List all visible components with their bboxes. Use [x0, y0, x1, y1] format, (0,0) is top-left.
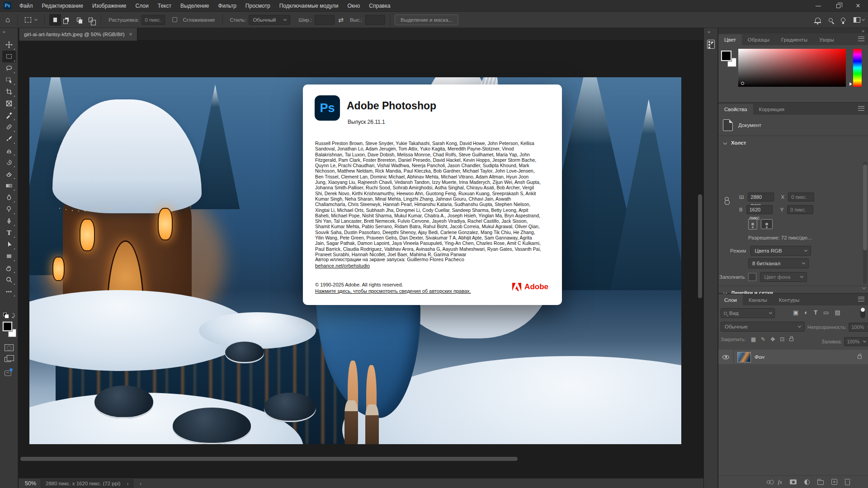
section-chevron-icon[interactable] [723, 141, 727, 145]
eyedropper-tool[interactable] [2, 109, 16, 121]
gradient-tool[interactable] [2, 180, 16, 192]
type-tool[interactable]: T [2, 227, 16, 239]
lock-artboard-icon[interactable]: ⊡ [780, 336, 784, 343]
rectangle-tool[interactable] [2, 250, 16, 262]
hue-slider[interactable] [853, 49, 862, 87]
menu-view[interactable]: Просмотр [241, 0, 275, 12]
filter-smart-object-icon[interactable]: ▤ [835, 309, 840, 316]
tab-color[interactable]: Цвет [718, 34, 742, 45]
copyright-link[interactable]: Нажмите здесь, чтобы просмотреть сведени… [315, 288, 471, 294]
link-dimensions-icon[interactable] [725, 197, 729, 201]
layer-filter-select[interactable]: Вид [721, 308, 775, 318]
move-tool[interactable] [2, 39, 16, 51]
tab-paths[interactable]: Контуры [773, 295, 805, 305]
quick-mask-button[interactable] [5, 344, 14, 351]
selection-add-button[interactable] [61, 14, 73, 26]
panel-overflow-chevron[interactable] [862, 286, 866, 289]
collapse-panels-icon[interactable]: » [862, 28, 864, 33]
filter-adjustment-icon[interactable]: ◐ [804, 309, 808, 316]
portrait-orientation-button[interactable] [748, 219, 757, 230]
filter-shape-icon[interactable]: ▭ [823, 309, 829, 316]
rectangular-marquee-tool[interactable] [2, 51, 16, 62]
menu-layers[interactable]: Слои [131, 0, 153, 12]
selection-subtract-button[interactable] [73, 14, 85, 26]
foreground-background-swatches[interactable] [3, 322, 16, 337]
menu-plugins[interactable]: Подключаемые модули [275, 0, 343, 12]
selection-intersect-button[interactable] [85, 14, 96, 26]
lock-position-icon[interactable]: ✥ [770, 336, 775, 343]
brush-tool[interactable] [2, 133, 16, 145]
foreground-color-swatch[interactable] [3, 322, 12, 331]
document-info[interactable]: 2880 пикс. x 1620 пикс. (72 ppi)› [41, 479, 133, 488]
menu-type[interactable]: Текст [153, 0, 176, 12]
close-button[interactable]: × [848, 0, 868, 12]
default-colors-widget[interactable]: ⤸ [3, 313, 15, 319]
clone-stamp-tool[interactable] [2, 145, 16, 156]
filter-toggle-switch[interactable] [860, 307, 865, 318]
menu-edit[interactable]: Редактирование [38, 0, 88, 12]
layer-row-background[interactable]: Фон [718, 350, 868, 364]
canvas-height-input[interactable]: 1620 пикс [746, 205, 773, 214]
menu-file[interactable]: Файл [15, 0, 38, 12]
select-and-mask-button[interactable]: Выделение и маска... [395, 14, 458, 25]
minimize-button[interactable]: — [808, 0, 828, 12]
expand-panels-icon[interactable]: « [708, 29, 710, 34]
tab-properties[interactable]: Свойства [718, 104, 753, 115]
hand-tool[interactable] [2, 262, 16, 274]
bit-depth-select[interactable]: 8 бит/канал [748, 258, 809, 268]
canvas-y-input[interactable]: 0 пикс. [787, 205, 813, 214]
landscape-orientation-button[interactable] [761, 219, 773, 229]
behance-link[interactable]: behance.net/orbehstudio [315, 263, 370, 268]
layer-style-fx-icon[interactable]: fx [778, 479, 782, 486]
filter-image-icon[interactable]: ▣ [793, 309, 798, 316]
saturation-brightness-field[interactable] [738, 49, 846, 87]
menu-image[interactable]: Изображение [88, 0, 131, 12]
workspace-icon[interactable] [854, 17, 860, 23]
lock-pixels-icon[interactable]: ✎ [761, 336, 765, 343]
dodge-tool[interactable] [2, 203, 16, 215]
menu-window[interactable]: Окно [343, 0, 364, 12]
eraser-tool[interactable] [2, 168, 16, 180]
tab-channels[interactable]: Каналы [743, 295, 773, 305]
document-tab[interactable]: girl-ai-art-fantsy-kfzh.jpeg @ 50% (RGB/… [19, 28, 137, 41]
panel-scrollbar[interactable] [863, 162, 867, 284]
edit-toolbar-button[interactable]: ••• [2, 286, 16, 297]
lock-all-icon[interactable] [789, 338, 793, 341]
add-mask-icon[interactable] [790, 479, 797, 484]
horizontal-scrollbar[interactable] [20, 457, 518, 461]
layer-visibility-eye-icon[interactable] [722, 355, 729, 359]
history-brush-tool[interactable] [2, 156, 16, 168]
canvas-width-input[interactable]: 2880 пикс [748, 192, 774, 202]
style-select[interactable]: Обычный [249, 15, 290, 25]
blend-mode-select[interactable]: Обычные [721, 322, 805, 332]
layer-lock-icon[interactable] [858, 356, 862, 359]
notifications-bell-icon[interactable] [815, 18, 821, 22]
color-cursor[interactable] [741, 82, 744, 85]
filter-type-icon[interactable]: T [814, 309, 817, 316]
height-input[interactable] [365, 15, 385, 25]
toolbar-collapse-icon[interactable]: » [3, 29, 5, 34]
lasso-tool[interactable] [2, 62, 16, 74]
tab-swatches[interactable]: Образцы [742, 34, 775, 45]
adjustment-layer-icon[interactable] [804, 479, 810, 485]
panel-menu-icon[interactable] [858, 37, 864, 41]
fill-color-swatch[interactable] [748, 273, 756, 281]
path-selection-tool[interactable] [2, 239, 16, 250]
color-mode-select[interactable]: Цвета RGB [750, 246, 811, 256]
spot-healing-brush-tool[interactable] [2, 121, 16, 133]
menu-help[interactable]: Справка [364, 0, 395, 12]
screen-mode-button[interactable] [5, 357, 11, 362]
delete-layer-icon[interactable] [845, 480, 850, 485]
zoom-level[interactable]: 50% [25, 480, 36, 487]
new-group-icon[interactable] [817, 480, 824, 485]
chevron-right-icon[interactable]: › [127, 480, 128, 487]
blur-tool[interactable] [2, 192, 16, 203]
panel-menu-icon[interactable] [858, 106, 864, 111]
pen-tool[interactable] [2, 215, 16, 227]
panel-color-swatches[interactable] [721, 51, 736, 67]
canvas-x-input[interactable]: 0 пикс. [788, 192, 814, 202]
crop-tool[interactable] [2, 86, 16, 98]
antialias-checkbox[interactable] [172, 17, 177, 22]
chevron-left-icon[interactable]: ‹ [140, 481, 142, 486]
fill-input[interactable]: 100% [844, 337, 868, 346]
